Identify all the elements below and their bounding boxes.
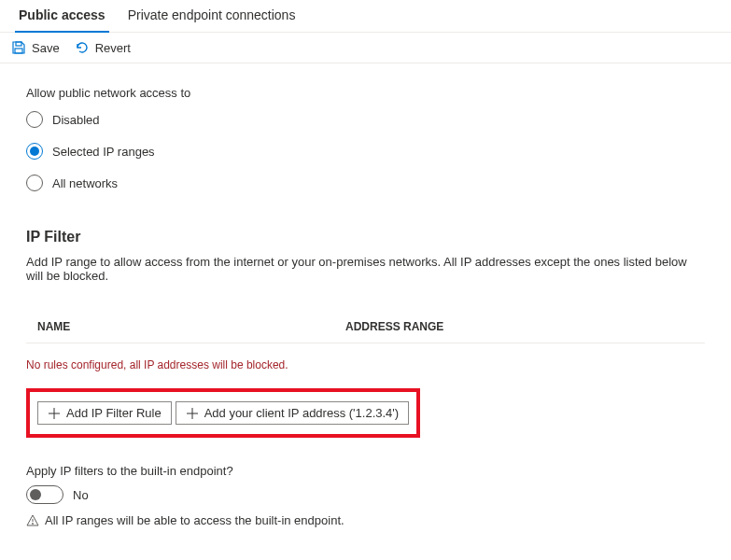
- save-button[interactable]: Save: [11, 40, 60, 55]
- apply-ip-filters-toggle[interactable]: [26, 485, 63, 504]
- svg-rect-1: [15, 49, 22, 53]
- radio-icon: [26, 143, 43, 160]
- radio-icon: [26, 175, 43, 191]
- svg-rect-0: [16, 42, 21, 46]
- radio-disabled[interactable]: Disabled: [26, 111, 705, 128]
- ip-filter-heading: IP Filter: [26, 229, 705, 245]
- ip-filter-description: Add IP range to allow access from the in…: [26, 255, 705, 283]
- add-rule-highlight: Add IP Filter Rule Add your client IP ad…: [26, 388, 420, 438]
- radio-selected-ip-ranges[interactable]: Selected IP ranges: [26, 143, 705, 160]
- public-access-label: Allow public network access to: [26, 86, 705, 100]
- column-address-range: ADDRESS RANGE: [345, 320, 694, 333]
- ip-filter-table-header: NAME ADDRESS RANGE: [26, 315, 705, 343]
- add-client-ip-label: Add your client IP address ('1.2.3.4'): [204, 406, 400, 420]
- radio-label: Selected IP ranges: [52, 145, 155, 159]
- toolbar: Save Revert: [0, 33, 731, 63]
- svg-point-7: [33, 523, 34, 524]
- save-icon: [11, 40, 26, 55]
- tabs-bar: Public access Private endpoint connectio…: [0, 0, 731, 33]
- tab-private-endpoint-connections[interactable]: Private endpoint connections: [117, 0, 307, 32]
- ip-filter-empty-message: No rules configured, all IP addresses wi…: [26, 358, 705, 371]
- warning-icon: [26, 514, 39, 527]
- apply-ip-filters-label: Apply IP filters to the built-in endpoin…: [26, 464, 705, 478]
- content-area: Allow public network access to Disabled …: [0, 63, 731, 550]
- radio-icon: [26, 111, 43, 128]
- tab-public-access[interactable]: Public access: [7, 0, 117, 32]
- apply-ip-filters-warning: All IP ranges will be able to access the…: [26, 513, 705, 527]
- add-client-ip-button[interactable]: Add your client IP address ('1.2.3.4'): [176, 401, 410, 425]
- revert-icon: [75, 40, 90, 55]
- add-rule-label: Add IP Filter Rule: [66, 406, 162, 420]
- toggle-value: No: [73, 488, 89, 502]
- column-name: NAME: [37, 320, 345, 333]
- revert-label: Revert: [95, 41, 131, 55]
- warning-text: All IP ranges will be able to access the…: [45, 513, 344, 527]
- add-ip-filter-rule-button[interactable]: Add IP Filter Rule: [37, 401, 172, 425]
- toggle-knob: [30, 489, 41, 500]
- radio-all-networks[interactable]: All networks: [26, 175, 705, 191]
- radio-label: All networks: [52, 176, 118, 190]
- plus-icon: [48, 407, 61, 420]
- plus-icon: [186, 407, 199, 420]
- apply-ip-filters-toggle-row: No: [26, 485, 705, 504]
- save-label: Save: [32, 41, 60, 55]
- radio-label: Disabled: [52, 113, 100, 127]
- revert-button[interactable]: Revert: [75, 40, 131, 55]
- public-access-radio-group: Disabled Selected IP ranges All networks: [26, 111, 705, 191]
